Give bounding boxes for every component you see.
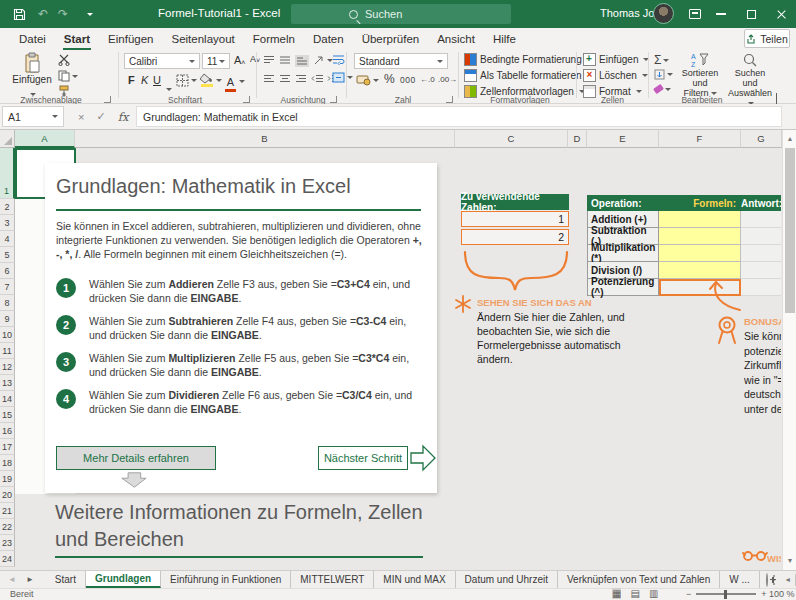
row-header-10[interactable]: 10 bbox=[0, 327, 15, 343]
select-all-corner[interactable] bbox=[0, 130, 15, 148]
row-header-17[interactable]: 17 bbox=[0, 439, 15, 455]
row-header-6[interactable]: 6 bbox=[0, 263, 15, 279]
row-header-15[interactable]: 15 bbox=[0, 407, 15, 423]
row-header-23[interactable]: 23 bbox=[0, 535, 15, 551]
paste-button[interactable]: Einfügen bbox=[10, 52, 54, 94]
number-dialog-launcher-icon[interactable] bbox=[446, 96, 453, 103]
number-cell-2[interactable]: 2 bbox=[461, 229, 569, 245]
prev-sheet-icon[interactable]: ◄ bbox=[8, 575, 16, 584]
align-center-icon[interactable] bbox=[279, 74, 291, 84]
fill-icon[interactable] bbox=[654, 69, 673, 80]
insert-function-icon[interactable]: fx bbox=[118, 110, 129, 124]
menu-tab-daten[interactable]: Daten bbox=[304, 28, 353, 50]
align-bottom-icon[interactable] bbox=[295, 55, 309, 67]
sort-filter-button[interactable]: AZ Sortieren und Filtern bbox=[678, 52, 722, 98]
formula-cell[interactable] bbox=[659, 262, 741, 279]
font-color-icon[interactable]: A bbox=[224, 72, 245, 92]
column-header-g[interactable]: G bbox=[741, 130, 782, 148]
row-header-16[interactable]: 16 bbox=[0, 423, 15, 439]
menu-tab-seitenlayout[interactable]: Seitenlayout bbox=[162, 28, 243, 50]
alignment-dialog-launcher-icon[interactable] bbox=[330, 96, 337, 103]
column-header-f[interactable]: F bbox=[659, 130, 741, 148]
clear-icon[interactable] bbox=[654, 86, 671, 92]
scroll-left-icon[interactable]: ◄ bbox=[782, 573, 794, 587]
cut-icon[interactable] bbox=[58, 54, 70, 66]
conditional-formatting-button[interactable]: Bedingte Formatierung bbox=[464, 53, 593, 66]
row-header-2[interactable]: 2 bbox=[0, 199, 15, 215]
wrap-text-icon[interactable] bbox=[332, 54, 345, 65]
avatar[interactable] bbox=[653, 3, 674, 24]
answer-cell[interactable] bbox=[741, 262, 781, 279]
normal-view-icon[interactable]: ▦ bbox=[612, 588, 621, 599]
vertical-scrollbar[interactable]: ▲ ▼ bbox=[782, 130, 796, 570]
share-button[interactable]: Teilen bbox=[744, 29, 790, 48]
decrease-decimal-icon[interactable]: .00→ bbox=[438, 75, 457, 84]
font-name-select[interactable]: Calibri bbox=[124, 53, 200, 69]
menu-tab-start[interactable]: Start bbox=[55, 28, 99, 50]
column-header-b[interactable]: B bbox=[75, 130, 455, 148]
row-header-21[interactable]: 21 bbox=[0, 503, 15, 519]
menu-tab-datei[interactable]: Datei bbox=[10, 28, 55, 50]
sheet-tab-einf-hrung-in-funktionen[interactable]: Einführung in Funktionen bbox=[161, 571, 291, 588]
page-layout-view-icon[interactable]: ▤ bbox=[630, 588, 639, 599]
sheet-tab-w[interactable]: W ... bbox=[720, 571, 760, 588]
grow-font-icon[interactable]: A˄ bbox=[234, 54, 245, 66]
row-header-19[interactable]: 19 bbox=[0, 471, 15, 487]
accounting-format-icon[interactable] bbox=[356, 74, 379, 86]
zoom-slider[interactable] bbox=[696, 593, 756, 595]
enter-icon[interactable]: ✓ bbox=[96, 110, 105, 123]
row-header-3[interactable]: 3 bbox=[0, 215, 15, 231]
formula-cell[interactable] bbox=[659, 211, 741, 228]
sheet-tab-verkn-pfen-von-text-und-zahlen[interactable]: Verknüpfen von Text und Zahlen bbox=[558, 571, 720, 588]
zoom-out-icon[interactable]: − bbox=[686, 589, 691, 599]
column-header-a[interactable]: A bbox=[15, 130, 75, 148]
row-header-11[interactable]: 11 bbox=[0, 343, 15, 359]
close-button[interactable] bbox=[766, 0, 796, 28]
align-middle-icon[interactable] bbox=[279, 55, 291, 65]
redo-icon[interactable]: ↷ bbox=[54, 5, 72, 23]
align-left-icon[interactable] bbox=[263, 74, 275, 84]
search-input[interactable]: Suchen bbox=[291, 4, 511, 24]
scroll-up-icon[interactable]: ▲ bbox=[783, 132, 796, 144]
percent-style-icon[interactable]: % bbox=[384, 72, 395, 86]
maximize-button[interactable] bbox=[736, 0, 766, 28]
copy-icon[interactable] bbox=[58, 70, 78, 82]
column-header-d[interactable]: D bbox=[568, 130, 587, 148]
fill-color-icon[interactable] bbox=[200, 73, 222, 87]
number-format-select[interactable]: Standard bbox=[354, 53, 448, 69]
formula-cell[interactable] bbox=[659, 228, 741, 245]
orientation-icon[interactable] bbox=[313, 54, 333, 66]
zoom-slider-thumb[interactable] bbox=[724, 590, 727, 599]
delete-cells-button[interactable]: × Löschen bbox=[583, 69, 648, 82]
row-header-14[interactable]: 14 bbox=[0, 391, 15, 407]
answer-cell[interactable] bbox=[741, 211, 781, 228]
borders-icon[interactable] bbox=[176, 74, 197, 87]
undo-icon[interactable]: ↶ bbox=[34, 5, 52, 23]
comma-style-icon[interactable]: 000 bbox=[400, 75, 416, 85]
row-header-20[interactable]: 20 bbox=[0, 487, 15, 503]
align-top-icon[interactable] bbox=[263, 55, 275, 65]
customize-quick-access-icon[interactable] bbox=[80, 5, 98, 23]
sheet-tab-grundlagen[interactable]: Grundlagen bbox=[86, 571, 161, 588]
scroll-down-icon[interactable]: ▼ bbox=[783, 554, 796, 566]
row-header-5[interactable]: 5 bbox=[0, 247, 15, 263]
decrease-indent-icon[interactable] bbox=[311, 74, 324, 84]
zoom-in-icon[interactable]: + bbox=[761, 589, 766, 599]
increase-decimal-icon[interactable]: ←.0 bbox=[420, 75, 435, 84]
format-as-table-button[interactable]: Als Tabelle formatieren bbox=[464, 69, 593, 82]
menu-tab-berprfen[interactable]: Überprüfen bbox=[353, 28, 429, 50]
sheet-tab-min-und-max[interactable]: MIN und MAX bbox=[374, 571, 455, 588]
row-header-9[interactable]: 9 bbox=[0, 311, 15, 327]
row-header-4[interactable]: 4 bbox=[0, 231, 15, 247]
formula-cell[interactable] bbox=[659, 245, 741, 262]
vertical-scroll-thumb[interactable] bbox=[785, 148, 795, 313]
sheet-tab-start[interactable]: Start bbox=[46, 571, 86, 588]
minimize-button[interactable] bbox=[706, 0, 736, 28]
find-select-button[interactable]: Suchen und Auswählen bbox=[726, 52, 774, 108]
more-details-button[interactable]: Mehr Details erfahren bbox=[56, 446, 216, 470]
row-header-24[interactable]: 24 bbox=[0, 551, 15, 567]
new-sheet-button[interactable] bbox=[766, 573, 768, 587]
save-icon[interactable] bbox=[10, 5, 28, 23]
number-cell-1[interactable]: 1 bbox=[461, 211, 569, 227]
insert-cells-button[interactable]: + Einfügen bbox=[583, 53, 649, 66]
